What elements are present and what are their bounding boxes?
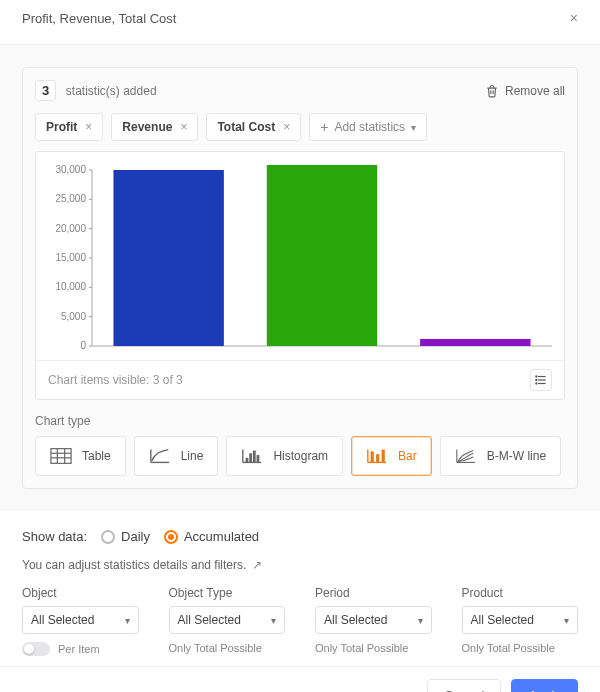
filter-product: Product All Selected ▾ Only Total Possib…	[462, 586, 579, 656]
chart-type-histogram[interactable]: Histogram	[226, 436, 343, 476]
filter-object: Object All Selected ▾ Per Item	[22, 586, 139, 656]
filter-note: Per Item	[58, 643, 100, 655]
svg-rect-42	[382, 450, 385, 463]
close-icon[interactable]: ×	[180, 120, 187, 134]
svg-text:30,000: 30,000	[55, 164, 86, 175]
close-icon[interactable]: ×	[570, 10, 578, 26]
chevron-down-icon: ▾	[271, 615, 276, 626]
chart-type-bar[interactable]: Bar	[351, 436, 432, 476]
svg-text:10,000: 10,000	[55, 281, 86, 292]
filter-period: Period All Selected ▾ Only Total Possibl…	[315, 586, 432, 656]
chip-revenue[interactable]: Revenue ×	[111, 113, 198, 141]
dialog-title: Profit, Revenue, Total Cost	[22, 11, 176, 26]
chart-type-label: B-M-W line	[487, 449, 546, 463]
help-text: You can adjust statistics details and fi…	[22, 558, 246, 572]
stats-added: 3 statistic(s) added	[35, 80, 157, 101]
remove-all-button[interactable]: Remove all	[485, 84, 565, 98]
svg-rect-17	[267, 165, 377, 346]
filter-label: Period	[315, 586, 432, 600]
chevron-down-icon: ▾	[564, 615, 569, 626]
radio-label: Accumulated	[184, 529, 259, 544]
chip-profit[interactable]: Profit ×	[35, 113, 103, 141]
filter-note: Only Total Possible	[462, 642, 555, 654]
svg-rect-36	[253, 451, 256, 463]
chip-label: Revenue	[122, 120, 172, 134]
svg-rect-34	[246, 458, 249, 463]
radio-daily[interactable]: Daily	[101, 529, 150, 544]
chart-type-bmw-line[interactable]: B-M-W line	[440, 436, 561, 476]
svg-point-24	[536, 383, 537, 384]
svg-point-22	[536, 376, 537, 377]
dropdown-period[interactable]: All Selected ▾	[315, 606, 432, 634]
histogram-icon	[241, 447, 263, 465]
add-stat-label: Add statistics	[334, 120, 405, 134]
chart-visible-label: Chart items visible: 3 of 3	[48, 373, 183, 387]
chart-type-label: Chart type	[35, 414, 565, 428]
toggle-per-item[interactable]	[22, 642, 50, 656]
svg-text:25,000: 25,000	[55, 193, 86, 204]
table-icon	[50, 447, 72, 465]
show-data-row: Show data: Daily Accumulated	[22, 529, 578, 544]
radio-accumulated[interactable]: Accumulated	[164, 529, 259, 544]
dialog-footer: Cancel Apply	[0, 666, 600, 692]
dropdown-value: All Selected	[31, 613, 94, 627]
svg-point-23	[536, 379, 537, 380]
chart-type-label: Histogram	[273, 449, 328, 463]
bar-icon	[366, 447, 388, 465]
chart-type-table[interactable]: Table	[35, 436, 126, 476]
close-icon[interactable]: ×	[283, 120, 290, 134]
filters-row: Object All Selected ▾ Per Item Object Ty…	[22, 586, 578, 656]
svg-text:20,000: 20,000	[55, 223, 86, 234]
filter-label: Object Type	[169, 586, 286, 600]
svg-rect-37	[257, 455, 260, 462]
filter-label: Product	[462, 586, 579, 600]
list-icon	[534, 373, 548, 387]
dropdown-value: All Selected	[324, 613, 387, 627]
remove-all-label: Remove all	[505, 84, 565, 98]
dropdown-object-type[interactable]: All Selected ▾	[169, 606, 286, 634]
bmw-line-icon	[455, 447, 477, 465]
filter-object-type: Object Type All Selected ▾ Only Total Po…	[169, 586, 286, 656]
plus-icon: +	[320, 120, 328, 134]
svg-text:0: 0	[80, 340, 86, 351]
chip-total-cost[interactable]: Total Cost ×	[206, 113, 301, 141]
stats-panel: 3 statistic(s) added Remove all Profit ×…	[22, 67, 578, 489]
svg-text:15,000: 15,000	[55, 252, 86, 263]
dialog-header: Profit, Revenue, Total Cost ×	[0, 0, 600, 45]
chart-type-label: Table	[82, 449, 111, 463]
line-icon	[149, 447, 171, 465]
filter-note: Only Total Possible	[315, 642, 408, 654]
show-data-label: Show data:	[22, 529, 87, 544]
chevron-down-icon: ▾	[125, 615, 130, 626]
radio-label: Daily	[121, 529, 150, 544]
apply-button[interactable]: Apply	[511, 679, 578, 692]
trash-icon	[485, 84, 499, 98]
svg-rect-25	[51, 449, 71, 464]
external-link-icon: ↗	[252, 558, 262, 572]
stats-count: 3	[35, 80, 56, 101]
chip-label: Profit	[46, 120, 77, 134]
bar-chart: 05,00010,00015,00020,00025,00030,000	[42, 160, 562, 360]
cancel-button[interactable]: Cancel	[427, 679, 501, 692]
svg-rect-41	[376, 454, 379, 462]
chart-type-line[interactable]: Line	[134, 436, 219, 476]
stat-chips-row: Profit × Revenue × Total Cost × + Add st…	[35, 113, 565, 141]
dropdown-product[interactable]: All Selected ▾	[462, 606, 579, 634]
filter-label: Object	[22, 586, 139, 600]
help-line[interactable]: You can adjust statistics details and fi…	[22, 558, 578, 572]
stats-added-text: statistic(s) added	[66, 84, 157, 98]
close-icon[interactable]: ×	[85, 120, 92, 134]
chart-type-label: Bar	[398, 449, 417, 463]
radio-icon	[101, 530, 115, 544]
chart-type-label: Line	[181, 449, 204, 463]
svg-text:5,000: 5,000	[61, 311, 86, 322]
dropdown-object[interactable]: All Selected ▾	[22, 606, 139, 634]
chart-list-button[interactable]	[530, 369, 552, 391]
filter-note: Only Total Possible	[169, 642, 262, 654]
radio-icon	[164, 530, 178, 544]
svg-rect-16	[113, 170, 223, 346]
chevron-down-icon: ▾	[418, 615, 423, 626]
svg-rect-35	[250, 453, 253, 462]
chart-type-row: Table Line Histogram	[35, 436, 565, 476]
add-statistics-button[interactable]: + Add statistics ▾	[309, 113, 427, 141]
